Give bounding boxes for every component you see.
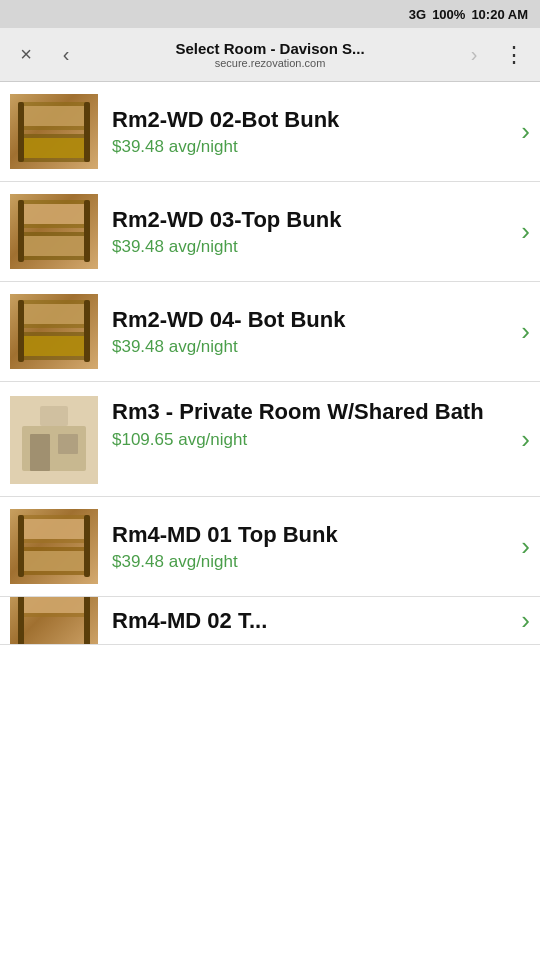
svg-rect-25	[20, 519, 88, 539]
svg-rect-2	[20, 106, 88, 126]
room-item[interactable]: Rm4-MD 01 Top Bunk $39.48 avg/night ›	[0, 497, 540, 597]
svg-rect-4	[18, 102, 24, 162]
chevron-right-icon: ›	[521, 605, 530, 636]
page-title: Select Room - Davison S...	[175, 40, 364, 57]
chevron-right-icon: ›	[521, 424, 530, 455]
room-name: Rm3 - Private Room W/Shared Bath	[112, 398, 513, 426]
svg-rect-20	[30, 434, 50, 471]
svg-rect-16	[18, 300, 24, 362]
back-button[interactable]: ‹	[48, 37, 84, 73]
room-thumbnail	[10, 396, 98, 484]
svg-rect-32	[84, 597, 90, 645]
room-thumbnail	[10, 94, 98, 169]
room-info: Rm4-MD 02 T...	[112, 607, 513, 635]
svg-rect-27	[18, 515, 24, 577]
chevron-right-icon: ›	[521, 531, 530, 562]
room-info: Rm3 - Private Room W/Shared Bath $109.65…	[112, 396, 513, 450]
battery-indicator: 100%	[432, 7, 465, 22]
svg-rect-31	[18, 597, 24, 645]
room-item[interactable]: Rm4-MD 02 T... ›	[0, 597, 540, 645]
room-price: $39.48 avg/night	[112, 552, 513, 572]
room-name: Rm4-MD 01 Top Bunk	[112, 521, 513, 549]
room-thumbnail	[10, 597, 98, 645]
svg-rect-30	[20, 597, 88, 613]
room-name: Rm2-WD 04- Bot Bunk	[112, 306, 513, 334]
room-info: Rm2-WD 04- Bot Bunk $39.48 avg/night	[112, 306, 513, 358]
time-display: 10:20 AM	[471, 7, 528, 22]
signal-indicator: 3G	[409, 7, 426, 22]
svg-rect-28	[84, 515, 90, 577]
room-price: $39.48 avg/night	[112, 337, 513, 357]
svg-rect-14	[20, 304, 88, 324]
svg-rect-9	[20, 236, 88, 256]
room-price: $109.65 avg/night	[112, 430, 513, 450]
browser-menu-button[interactable]: ⋮	[496, 37, 532, 73]
room-name: Rm4-MD 02 T...	[112, 607, 513, 635]
room-item[interactable]: Rm3 - Private Room W/Shared Bath $109.65…	[0, 382, 540, 497]
room-price: $39.48 avg/night	[112, 137, 513, 157]
svg-rect-3	[20, 138, 88, 158]
room-thumbnail	[10, 194, 98, 269]
room-item[interactable]: Rm2-WD 03-Top Bunk $39.48 avg/night ›	[0, 182, 540, 282]
room-info: Rm2-WD 02-Bot Bunk $39.48 avg/night	[112, 106, 513, 158]
svg-rect-10	[18, 200, 24, 262]
svg-rect-26	[20, 551, 88, 571]
room-name: Rm2-WD 02-Bot Bunk	[112, 106, 513, 134]
room-price: $39.48 avg/night	[112, 237, 513, 257]
svg-rect-15	[20, 336, 88, 356]
room-list: Rm2-WD 02-Bot Bunk $39.48 avg/night › Rm…	[0, 82, 540, 645]
close-button[interactable]: ×	[8, 37, 44, 73]
svg-rect-11	[84, 200, 90, 262]
chevron-right-icon: ›	[521, 316, 530, 347]
room-thumbnail	[10, 509, 98, 584]
svg-rect-22	[40, 406, 68, 426]
svg-rect-17	[84, 300, 90, 362]
browser-bar: × ‹ Select Room - Davison S... secure.re…	[0, 28, 540, 82]
chevron-right-icon: ›	[521, 116, 530, 147]
forward-button[interactable]: ›	[456, 37, 492, 73]
svg-rect-8	[20, 204, 88, 224]
room-name: Rm2-WD 03-Top Bunk	[112, 206, 513, 234]
chevron-right-icon: ›	[521, 216, 530, 247]
room-item[interactable]: Rm2-WD 02-Bot Bunk $39.48 avg/night ›	[0, 82, 540, 182]
svg-rect-5	[84, 102, 90, 162]
room-item[interactable]: Rm2-WD 04- Bot Bunk $39.48 avg/night ›	[0, 282, 540, 382]
room-info: Rm2-WD 03-Top Bunk $39.48 avg/night	[112, 206, 513, 258]
address-bar: Select Room - Davison S... secure.rezova…	[88, 40, 452, 69]
room-thumbnail	[10, 294, 98, 369]
room-info: Rm4-MD 01 Top Bunk $39.48 avg/night	[112, 521, 513, 573]
url-display: secure.rezovation.com	[215, 57, 326, 69]
status-bar: 3G 100% 10:20 AM	[0, 0, 540, 28]
svg-rect-21	[58, 434, 78, 454]
